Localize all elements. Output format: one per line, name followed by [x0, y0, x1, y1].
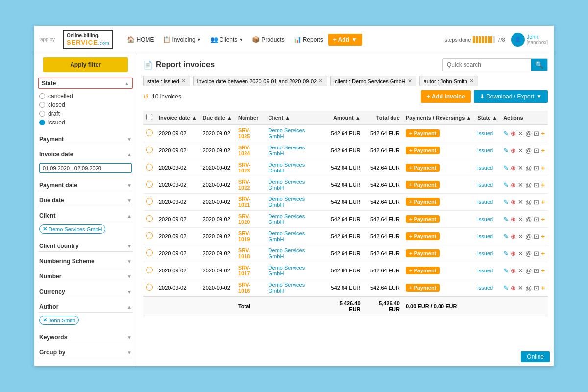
quick-search-button[interactable]: 🔍 — [531, 59, 547, 71]
payment-button-9[interactable]: + Payment — [406, 284, 440, 292]
payment-button-3[interactable]: + Payment — [406, 181, 440, 189]
invoice-date-input[interactable] — [39, 163, 132, 173]
edit-icon-5[interactable]: ✎ — [503, 216, 509, 223]
nav-products[interactable]: 📦 Products — [248, 34, 288, 45]
client-link-1[interactable]: Demo Services GmbH — [269, 145, 305, 156]
add-icon-4[interactable]: + — [541, 198, 545, 206]
currency-header[interactable]: Currency ▼ — [38, 286, 133, 297]
edit-icon-8[interactable]: ✎ — [503, 267, 509, 274]
add-icon-0[interactable]: + — [541, 130, 545, 137]
client-link-2[interactable]: Demo Services GmbH — [269, 162, 305, 173]
add-icon-2[interactable]: + — [541, 164, 545, 172]
filter-chip-date[interactable]: invoice date between 2020-09-01 and 2020… — [193, 76, 327, 86]
payment-filter-header[interactable]: Payment ▼ — [38, 134, 133, 145]
row-circle-3[interactable] — [146, 181, 153, 188]
filter-chip-client[interactable]: client : Demo Services GmbH ✕ — [330, 76, 416, 86]
payment-button-2[interactable]: + Payment — [406, 164, 440, 172]
edit-icon-7[interactable]: ✎ — [503, 250, 509, 257]
email-icon-4[interactable]: @ — [525, 198, 532, 206]
client-link-4[interactable]: Demo Services GmbH — [269, 196, 305, 208]
view-icon-8[interactable]: ✕ — [518, 267, 523, 274]
author-filter-header[interactable]: Author ▲ — [38, 301, 133, 313]
client-link-3[interactable]: Demo Services GmbH — [269, 179, 305, 191]
edit-icon-2[interactable]: ✎ — [503, 164, 509, 172]
invoice-link-6[interactable]: SRV-1019 — [238, 230, 250, 242]
group-by-header[interactable]: Group by ▼ — [38, 347, 133, 358]
email-icon-2[interactable]: @ — [525, 164, 532, 172]
payment-button-5[interactable]: + Payment — [406, 215, 440, 223]
print-icon-5[interactable]: ⊡ — [534, 216, 539, 223]
print-icon-7[interactable]: ⊡ — [534, 250, 539, 257]
edit-icon-3[interactable]: ✎ — [503, 181, 509, 189]
invoice-link-3[interactable]: SRV-1022 — [238, 179, 250, 191]
payment-button-1[interactable]: + Payment — [406, 147, 440, 154]
view-icon-2[interactable]: ✕ — [518, 164, 523, 172]
print-icon-8[interactable]: ⊡ — [534, 267, 539, 274]
add-icon-5[interactable]: + — [541, 216, 545, 223]
invoice-link-8[interactable]: SRV-1017 — [238, 265, 250, 276]
row-circle-0[interactable] — [146, 129, 153, 136]
row-circle-1[interactable] — [146, 147, 153, 153]
email-icon-8[interactable]: @ — [525, 267, 532, 274]
client-x-icon[interactable]: ✕ — [43, 226, 47, 232]
email-icon-6[interactable]: @ — [525, 233, 532, 240]
copy-icon-2[interactable]: ⊕ — [511, 164, 516, 172]
client-link-8[interactable]: Demo Services GmbH — [269, 265, 305, 276]
row-circle-7[interactable] — [146, 249, 153, 256]
email-icon-0[interactable]: @ — [525, 130, 532, 137]
view-icon-6[interactable]: ✕ — [518, 233, 523, 240]
apply-filter-button[interactable]: Apply filter — [43, 57, 128, 72]
invoice-link-7[interactable]: SRV-1018 — [238, 247, 250, 259]
state-filter-header[interactable]: State ▲ — [38, 78, 133, 89]
col-amount[interactable]: Amount ▲ — [324, 111, 364, 124]
print-icon-2[interactable]: ⊡ — [534, 164, 539, 172]
edit-icon-4[interactable]: ✎ — [503, 198, 509, 206]
filter-client-x-icon[interactable]: ✕ — [408, 78, 412, 84]
col-state[interactable]: State ▲ — [474, 111, 500, 124]
copy-icon-1[interactable]: ⊕ — [511, 147, 516, 154]
view-icon-0[interactable]: ✕ — [518, 130, 523, 137]
print-icon-9[interactable]: ⊡ — [534, 284, 539, 292]
view-icon-3[interactable]: ✕ — [518, 181, 523, 189]
add-icon-3[interactable]: + — [541, 181, 545, 189]
author-x-icon[interactable]: ✕ — [43, 317, 47, 323]
print-icon-1[interactable]: ⊡ — [534, 147, 539, 154]
filter-chip-state[interactable]: state : issued ✕ — [143, 76, 190, 86]
invoice-date-header[interactable]: Invoice date ▲ — [38, 149, 133, 160]
print-icon-4[interactable]: ⊡ — [534, 198, 539, 206]
client-country-header[interactable]: Client country ▼ — [38, 241, 133, 252]
print-icon-3[interactable]: ⊡ — [534, 181, 539, 189]
filter-author-x-icon[interactable]: ✕ — [469, 78, 474, 84]
col-client[interactable]: Client ▲ — [266, 111, 324, 124]
state-closed[interactable]: closed — [39, 100, 132, 109]
quick-search-input[interactable] — [443, 59, 531, 70]
print-icon-6[interactable]: ⊡ — [534, 233, 539, 240]
client-link-6[interactable]: Demo Services GmbH — [269, 230, 305, 242]
edit-icon-6[interactable]: ✎ — [503, 233, 509, 240]
select-all-checkbox[interactable] — [146, 114, 152, 120]
state-draft[interactable]: draft — [39, 109, 132, 118]
row-circle-6[interactable] — [146, 232, 153, 239]
refresh-icon[interactable]: ↺ — [143, 93, 149, 100]
payment-date-header[interactable]: Payment date ▼ — [38, 180, 133, 191]
row-circle-5[interactable] — [146, 215, 153, 222]
invoice-link-0[interactable]: SRV-1025 — [238, 127, 250, 139]
client-link-5[interactable]: Demo Services GmbH — [269, 213, 305, 225]
numbering-scheme-header[interactable]: Numbering Scheme ▼ — [38, 256, 133, 267]
filter-chip-author[interactable]: autor : John Smith ✕ — [419, 76, 478, 86]
add-button[interactable]: + Add ▼ — [328, 34, 362, 46]
row-circle-9[interactable] — [146, 284, 153, 291]
copy-icon-0[interactable]: ⊕ — [511, 130, 516, 137]
payment-button-0[interactable]: + Payment — [406, 129, 440, 137]
col-payments[interactable]: Payments / Reversings ▲ — [403, 111, 474, 124]
filter-state-x-icon[interactable]: ✕ — [181, 78, 186, 84]
view-icon-5[interactable]: ✕ — [518, 216, 523, 223]
copy-icon-8[interactable]: ⊕ — [511, 267, 516, 274]
email-icon-9[interactable]: @ — [525, 284, 532, 292]
row-circle-4[interactable] — [146, 198, 153, 205]
invoice-link-2[interactable]: SRV-1023 — [238, 162, 250, 173]
copy-icon-3[interactable]: ⊕ — [511, 181, 516, 189]
client-tag[interactable]: ✕ Demo Services GmbH — [39, 224, 105, 234]
col-invoice-date[interactable]: Invoice date ▲ — [156, 111, 200, 124]
client-link-9[interactable]: Demo Services GmbH — [269, 282, 305, 294]
